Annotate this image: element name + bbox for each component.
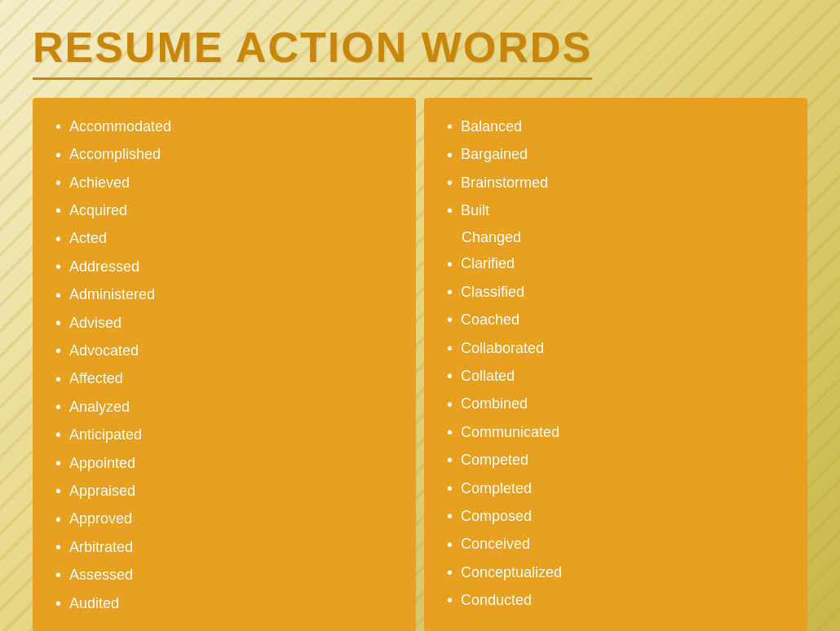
- title-section: RESUME ACTION WORDS: [33, 24, 807, 80]
- left-column: AccommodatedAccomplishedAchievedAcquired…: [33, 98, 416, 631]
- list-item: Analyzed: [52, 393, 396, 421]
- list-item: Completed: [444, 474, 788, 502]
- list-item: Acquired: [52, 196, 396, 224]
- list-item: Changed: [444, 225, 788, 250]
- list-item: Brainstormed: [444, 169, 788, 196]
- content-area: AccommodatedAccomplishedAchievedAcquired…: [33, 98, 807, 631]
- list-item: Composed: [444, 502, 788, 530]
- list-item: Balanced: [444, 113, 788, 140]
- list-item: Competed: [444, 446, 788, 474]
- list-item: Arbitrated: [52, 533, 396, 561]
- list-item: Bargained: [444, 141, 788, 169]
- left-word-list: AccommodatedAccomplishedAchievedAcquired…: [52, 113, 396, 617]
- list-item: Achieved: [52, 169, 396, 196]
- list-item: Clarified: [444, 250, 788, 278]
- list-item: Approved: [52, 505, 396, 533]
- list-item: Collaborated: [444, 334, 788, 362]
- list-item: Classified: [444, 278, 788, 306]
- list-item: Addressed: [52, 253, 396, 280]
- list-item: Audited: [52, 589, 396, 617]
- page-title: RESUME ACTION WORDS: [33, 24, 592, 80]
- list-item: Built: [444, 196, 788, 224]
- right-word-list: BalancedBargainedBrainstormedBuiltChange…: [444, 113, 788, 615]
- list-item: Conducted: [444, 586, 788, 614]
- list-item: Conceptualized: [444, 558, 788, 586]
- list-item: Accommodated: [52, 113, 396, 140]
- list-item: Conceived: [444, 531, 788, 558]
- list-item: Advocated: [52, 337, 396, 364]
- list-item: Coached: [444, 306, 788, 333]
- list-item: Appraised: [52, 477, 396, 505]
- list-item: Advised: [52, 309, 396, 337]
- right-column: BalancedBargainedBrainstormedBuiltChange…: [424, 98, 807, 631]
- list-item: Communicated: [444, 418, 788, 446]
- list-item: Administered: [52, 281, 396, 309]
- list-item: Accomplished: [52, 141, 396, 169]
- list-item: Assessed: [52, 561, 396, 589]
- list-item: Anticipated: [52, 421, 396, 448]
- list-item: Affected: [52, 365, 396, 393]
- page: RESUME ACTION WORDS AccommodatedAccompli…: [0, 0, 840, 631]
- list-item: Combined: [444, 391, 788, 418]
- list-item: Appointed: [52, 449, 396, 477]
- list-item: Collated: [444, 362, 788, 390]
- list-item: Acted: [52, 225, 396, 253]
